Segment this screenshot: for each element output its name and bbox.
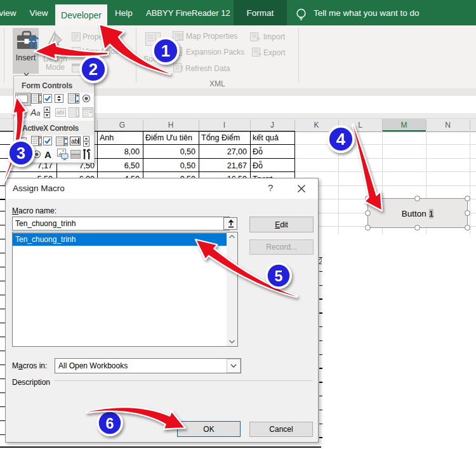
svg-text:5: 5	[274, 268, 282, 285]
svg-text:3: 3	[17, 144, 25, 163]
svg-text:6: 6	[105, 415, 114, 432]
svg-text:2: 2	[89, 60, 98, 79]
svg-text:1: 1	[161, 41, 170, 60]
svg-text:4: 4	[336, 130, 346, 149]
